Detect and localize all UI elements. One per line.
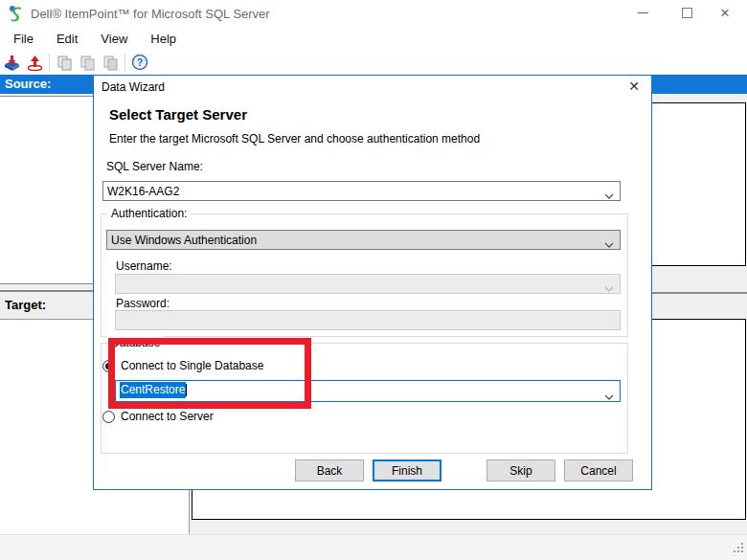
status-bar (0, 534, 747, 560)
data-wizard-dialog: Data Wizard ✕ Select Target Server Enter… (93, 75, 652, 490)
authentication-method-combobox[interactable]: Use Windows Authentication (106, 230, 621, 250)
annotation-rectangle (108, 338, 311, 409)
authentication-group-label: Authentication: (107, 207, 191, 220)
chevron-down-icon (604, 189, 614, 202)
menu-view[interactable]: View (91, 28, 137, 50)
chevron-down-icon (604, 390, 614, 403)
password-field[interactable] (115, 310, 621, 330)
dialog-subheading: Enter the target Microsoft SQL Server an… (109, 132, 480, 146)
resize-grip-icon[interactable] (733, 541, 745, 558)
open-target-icon[interactable] (23, 52, 46, 73)
sql-server-name-value: W2K16-AAG2 (107, 185, 179, 198)
menu-help[interactable]: Help (141, 28, 186, 50)
sql-server-name-label: SQL Server Name: (106, 160, 203, 173)
dialog-titlebar: Data Wizard ✕ (94, 76, 651, 99)
menu-file[interactable]: File (4, 28, 43, 50)
radio-unselected-icon (102, 411, 115, 423)
source-label: Source: (5, 77, 51, 91)
svg-text:?: ? (137, 57, 143, 68)
window-title: Dell® ItemPoint™ for Microsoft SQL Serve… (31, 7, 270, 21)
minimize-button[interactable] (626, 0, 659, 26)
back-button[interactable]: Back (295, 459, 364, 482)
authentication-method-value: Use Windows Authentication (111, 234, 257, 247)
toolbar-separator (49, 54, 50, 71)
copy-icon[interactable] (53, 52, 76, 73)
window-titlebar: Dell® ItemPoint™ for Microsoft SQL Serve… (0, 0, 747, 26)
toolbar-separator (124, 54, 125, 71)
maximize-button[interactable] (670, 0, 703, 26)
chevron-down-icon (604, 281, 614, 295)
app-logo-icon (8, 5, 25, 22)
paste-into-icon[interactable] (99, 52, 122, 73)
menu-bar: File Edit View Help (0, 26, 747, 51)
menu-edit[interactable]: Edit (47, 28, 87, 50)
toolbar: ? (0, 51, 747, 74)
app-window: Dell® ItemPoint™ for Microsoft SQL Serve… (0, 0, 747, 560)
finish-button[interactable]: Finish (373, 459, 441, 482)
target-label: Target: (5, 298, 46, 312)
skip-button[interactable]: Skip (487, 459, 555, 482)
copy-to-icon[interactable] (76, 52, 99, 73)
help-icon[interactable]: ? (128, 52, 151, 73)
cancel-button[interactable]: Cancel (564, 459, 633, 482)
sql-server-name-combobox[interactable]: W2K16-AAG2 (102, 181, 621, 201)
radio-server-label: Connect to Server (121, 410, 214, 423)
open-source-icon[interactable] (0, 52, 23, 73)
username-combobox[interactable] (115, 274, 621, 294)
username-label: Username: (116, 259, 172, 273)
dialog-heading: Select Target Server (109, 106, 247, 123)
close-button[interactable]: ✕ (709, 0, 741, 26)
chevron-down-icon (604, 237, 614, 251)
dialog-title: Data Wizard (102, 80, 165, 94)
radio-connect-server[interactable]: Connect to Server (102, 410, 214, 423)
password-label: Password: (116, 297, 170, 310)
dialog-close-icon[interactable]: ✕ (624, 78, 644, 94)
